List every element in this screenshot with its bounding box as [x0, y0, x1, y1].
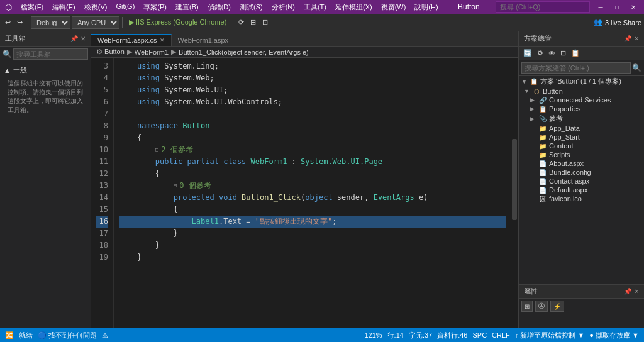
toolbar: ↩ ↪ Debug Any CPU ▶ IIS Express (Google … [0, 14, 644, 31]
code-editor[interactable]: 34567 89101112 131415 16 171819 using Sy… [91, 58, 518, 328]
toolbox-empty-message: 這個群組中沒有可以使用的控制項。請拖曳一個項目到這段文字上，即可將它加入工具箱。 [3, 77, 88, 117]
toolbar-sep-1 [28, 17, 28, 28]
content-icon: 📁 [538, 143, 547, 150]
se-filter-btn[interactable]: ⚙ [535, 48, 545, 58]
menu-help[interactable]: 說明(H) [411, 1, 441, 13]
se-pin-icon[interactable]: 📌 [624, 35, 631, 42]
toolbox-close-icon[interactable]: ✕ [80, 35, 86, 42]
menu-git[interactable]: Git(G) [112, 1, 138, 13]
restore-button[interactable]: □ [611, 1, 623, 13]
code-line-7 [119, 108, 506, 120]
live-share-icon: 👥 [594, 18, 602, 26]
se-panel-icons: 📌 ✕ [624, 35, 639, 42]
se-close-icon[interactable]: ✕ [634, 35, 639, 42]
tab-webform1-cs[interactable]: WebForm1.aspx.cs ✕ [91, 34, 172, 46]
se-favicon[interactable]: 🖼 favicon.ico [519, 194, 644, 203]
toolbox-header: 工具箱 📌 ✕ [0, 31, 91, 47]
scripts-label: Scripts [549, 151, 570, 158]
title-bar-left: ⬡ 檔案(F) 編輯(E) 檢視(V) Git(G) 專案(P) 建置(B) 偵… [5, 1, 442, 13]
debug-config-select[interactable]: Debug [31, 16, 70, 29]
se-app-start[interactable]: 📁 App_Start [519, 133, 644, 141]
menu-test[interactable]: 測試(S) [236, 1, 267, 13]
toolbox-section-header-general[interactable]: ▲ 一般 [3, 63, 88, 77]
redo-button[interactable]: ↪ [14, 17, 25, 28]
menu-debug[interactable]: 偵錯(D) [204, 1, 235, 13]
tab-close-cs[interactable]: ✕ [160, 37, 165, 43]
code-line-6: using System.Web.UI.WebControls; [119, 96, 506, 108]
se-about-aspx[interactable]: 📄 About.aspx [519, 159, 644, 168]
properties-arrow: ▶ [530, 106, 536, 112]
run-button[interactable]: ▶ IIS Express (Google Chrome) [125, 17, 230, 28]
se-showall-btn[interactable]: 👁 [547, 49, 557, 58]
code-line-3: using System.Linq; [119, 60, 506, 72]
menu-window[interactable]: 視窗(W) [377, 1, 410, 13]
line-numbers: 34567 89101112 131415 16 171819 [91, 58, 114, 328]
se-header: 方案總管 📌 ✕ [519, 31, 644, 47]
props-pin-icon[interactable]: 📌 [624, 288, 631, 295]
close-button[interactable]: ✕ [628, 1, 639, 13]
live-share-button[interactable]: 👥 3 live Share [594, 18, 641, 26]
toolbox-search-input[interactable] [13, 48, 88, 60]
prop-alpha-btn[interactable]: Ⓐ [535, 301, 548, 312]
menu-extensions[interactable]: 延伸模組(X) [331, 1, 376, 13]
menu-project[interactable]: 專案(P) [140, 1, 170, 13]
breadcrumb-ns: ⚙ Button [96, 48, 125, 56]
tab-webform1-aspx[interactable]: WebForm1.aspx [172, 35, 236, 46]
toolbox-panel-icons: 📌 ✕ [70, 35, 86, 42]
status-crlf: CRLF [492, 331, 510, 339]
menu-analyze[interactable]: 分析(N) [268, 1, 299, 13]
toolbar-btn-2[interactable]: ⊞ [248, 17, 258, 28]
se-default-aspx[interactable]: 📄 Default.aspx [519, 185, 644, 194]
tab-label-cs: WebForm1.aspx.cs [97, 36, 157, 44]
solution-explorer-panel: 方案總管 📌 ✕ 🔄 ⚙ 👁 ⊟ 📋 🔍 ▼ 📋 方案 'Button' (1 … [518, 31, 644, 328]
minimize-button[interactable]: ─ [595, 1, 606, 13]
menu-edit[interactable]: 編輯(E) [48, 1, 79, 13]
menu-file[interactable]: 檔案(F) [17, 1, 47, 13]
se-connected-services[interactable]: ▶ 🔗 Connected Services [519, 96, 644, 104]
git-push-btn[interactable]: ↑ 新增至原始檔控制 ▼ [515, 331, 585, 340]
properties-label: Properties [549, 105, 580, 113]
props-close-icon[interactable]: ✕ [634, 288, 639, 295]
breadcrumb-arrow1: ▶ [127, 48, 132, 56]
toolbar-btn-3[interactable]: ⊡ [260, 17, 270, 28]
code-line-9: { [119, 132, 506, 144]
se-content[interactable]: 📁 Content [519, 141, 644, 150]
se-search-input[interactable] [521, 62, 631, 74]
menu-tools[interactable]: 工具(T) [300, 1, 330, 13]
toolbar-btn-1[interactable]: ⟳ [236, 17, 247, 28]
se-refresh-btn[interactable]: 🔄 [521, 48, 534, 58]
scripts-icon: 📁 [538, 152, 547, 158]
menu-build[interactable]: 建置(B) [172, 1, 203, 13]
se-solution-root[interactable]: ▼ 📋 方案 'Button' (1 / 1 個專案) [519, 76, 644, 87]
toolbox-search-bar: 🔍 [0, 47, 91, 62]
toolbox-pin-icon[interactable]: 📌 [70, 35, 78, 42]
se-references[interactable]: ▶ 📎 參考 [519, 113, 644, 124]
se-properties-btn[interactable]: 📋 [569, 48, 582, 58]
se-properties[interactable]: ▶ 📋 Properties [519, 104, 644, 113]
toolbar-sep-3 [233, 17, 233, 28]
platform-select[interactable]: Any CPU [72, 16, 119, 29]
prop-events-btn[interactable]: ⚡ [550, 301, 564, 312]
global-search-input[interactable] [496, 1, 590, 13]
repo-btn[interactable]: ● 擷取存放庫 ▼ [589, 331, 639, 340]
properties-title: 屬性 [524, 287, 538, 296]
status-zoom: 121% [364, 331, 382, 339]
se-project[interactable]: ▼ ⬡ Button [519, 87, 644, 96]
undo-button[interactable]: ↩ [3, 17, 13, 28]
menu-view[interactable]: 檢視(V) [80, 1, 111, 13]
props-panel-icons: 📌 ✕ [624, 288, 639, 295]
app-data-icon: 📁 [538, 125, 547, 132]
prop-cat-btn[interactable]: ⊞ [521, 301, 533, 312]
se-toolbar: 🔄 ⚙ 👁 ⊟ 📋 [519, 47, 644, 60]
se-collapse-btn[interactable]: ⊟ [558, 48, 568, 58]
se-contact-aspx[interactable]: 📄 Contact.aspx [519, 177, 644, 185]
se-scripts[interactable]: 📁 Scripts [519, 150, 644, 159]
code-line-13: ⊟ 0 個參考 [119, 180, 506, 192]
se-title: 方案總管 [524, 34, 552, 43]
se-bundle-config[interactable]: 📄 Bundle.config [519, 168, 644, 177]
editor-scrollbar[interactable] [511, 58, 518, 328]
se-app-data[interactable]: 📁 App_Data [519, 124, 644, 133]
se-tree: ▼ 📋 方案 'Button' (1 / 1 個專案) ▼ ⬡ Button ▶… [519, 76, 644, 284]
scrollbar-thumb[interactable] [512, 139, 517, 220]
code-content[interactable]: using System.Linq; using System.Web; usi… [114, 58, 511, 328]
